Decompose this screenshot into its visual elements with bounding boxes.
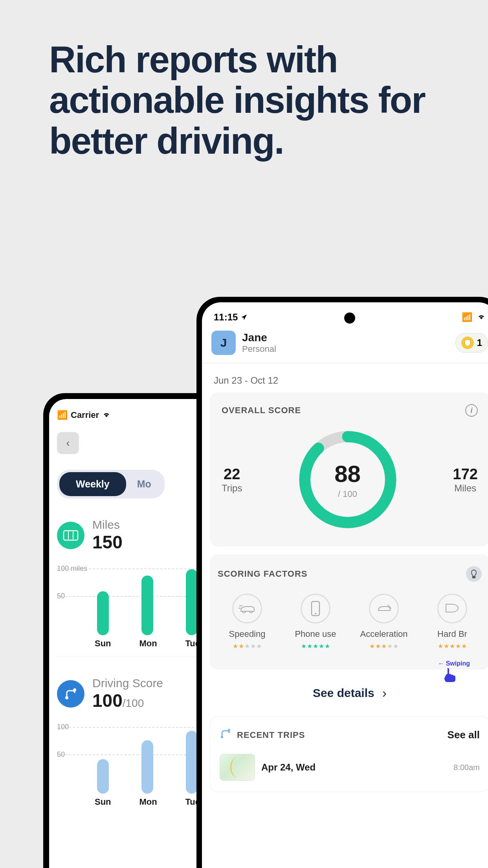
- route-icon: [57, 680, 84, 708]
- factor-speeding[interactable]: Speeding ★★★★★: [218, 594, 277, 650]
- svg-rect-0: [64, 531, 78, 540]
- info-icon[interactable]: i: [465, 404, 478, 417]
- tab-monthly[interactable]: Mo: [126, 472, 162, 496]
- miles-label: Miles: [92, 518, 123, 531]
- x-sun: Sun: [95, 638, 111, 649]
- trips-stat: 22 Trips: [222, 466, 242, 494]
- odometer-icon: [57, 522, 84, 549]
- back-button[interactable]: ‹: [57, 432, 79, 454]
- bar-mon: [141, 576, 153, 635]
- bar-mon: [141, 740, 153, 794]
- miles-stat: 172 Miles: [453, 466, 478, 494]
- chevron-left-icon: ‹: [66, 437, 70, 449]
- score-label: Driving Score: [92, 677, 163, 690]
- x-sun: Sun: [95, 797, 111, 807]
- overall-score-card: OVERALL SCORE i 22 Trips 88 / 100: [210, 392, 488, 546]
- speeding-icon: [232, 594, 262, 623]
- overall-title: OVERALL SCORE: [222, 405, 301, 416]
- location-icon: [241, 312, 247, 323]
- date-range: Jun 23 - Oct 12: [202, 363, 488, 392]
- gauge-max: / 100: [334, 489, 361, 499]
- hand-icon: [442, 666, 456, 686]
- factors-title: SCORING FACTORS: [218, 569, 308, 579]
- bar-tue: [186, 569, 198, 635]
- chevron-right-icon: ›: [382, 685, 387, 701]
- svg-point-4: [73, 688, 76, 691]
- y-label-top: 100 miles: [57, 565, 87, 573]
- user-header: J Jane Personal 1: [202, 323, 488, 363]
- y-label-top: 100: [57, 723, 69, 731]
- user-account-type: Personal: [242, 344, 276, 354]
- trip-time: 8:00am: [453, 763, 480, 772]
- scoring-factors-card: SCORING FACTORS Speeding ★★★★★: [210, 554, 488, 669]
- marketing-headline: Rich reports with actionable insights fo…: [49, 39, 488, 161]
- factor-braking[interactable]: Hard Br ★★★★★: [423, 594, 482, 650]
- carrier-label: Carrier: [71, 410, 99, 420]
- shield-icon: [461, 337, 474, 349]
- status-time: 11:15: [214, 312, 238, 323]
- miles-value: 150: [92, 531, 123, 553]
- factors-row[interactable]: Speeding ★★★★★ Phone use ★★★★★ Accelerat…: [218, 594, 482, 650]
- factor-phone[interactable]: Phone use ★★★★★: [286, 594, 345, 650]
- factor-acceleration[interactable]: Acceleration ★★★★★: [354, 594, 413, 650]
- badge-count: 1: [477, 337, 482, 348]
- recent-title: RECENT TRIPS: [237, 730, 305, 740]
- acceleration-icon: [369, 594, 399, 623]
- tab-weekly[interactable]: Weekly: [59, 472, 126, 496]
- avatar[interactable]: J: [211, 331, 236, 355]
- stars: ★★★★★: [354, 642, 413, 650]
- wifi-icon: [102, 410, 111, 420]
- score-value: 100/100: [92, 690, 163, 711]
- x-mon: Mon: [139, 638, 157, 649]
- svg-point-10: [315, 613, 316, 614]
- user-name: Jane: [242, 331, 276, 344]
- route-icon: [220, 728, 231, 742]
- x-mon: Mon: [139, 797, 157, 807]
- braking-icon: [437, 594, 467, 623]
- see-all-link[interactable]: See all: [448, 729, 480, 741]
- period-tabs: Weekly Mo: [57, 470, 165, 498]
- phone-front-screen: 11:15 📶 J Jane Personal: [202, 302, 488, 868]
- bar-tue: [186, 731, 198, 794]
- svg-point-11: [221, 736, 223, 738]
- phone-mockup-front: 11:15 📶 J Jane Personal: [196, 297, 488, 868]
- trip-date: Apr 24, Wed: [261, 762, 316, 773]
- trip-item[interactable]: Apr 24, Wed 8:00am: [220, 754, 480, 781]
- phone-icon: [301, 594, 330, 623]
- bar-sun: [97, 591, 109, 635]
- bar-sun: [97, 759, 109, 794]
- stars: ★★★★★: [286, 642, 345, 650]
- svg-point-3: [65, 696, 68, 699]
- camera-notch: [344, 313, 355, 324]
- shield-badge[interactable]: 1: [455, 333, 488, 353]
- stars: ★★★★★: [218, 642, 277, 650]
- score-gauge: 88 / 100: [297, 428, 399, 531]
- gauge-score: 88: [334, 460, 361, 487]
- signal-icon: 📶: [57, 410, 68, 420]
- trip-map-thumb: [220, 754, 255, 781]
- tip-icon[interactable]: [466, 566, 482, 582]
- signal-icon: 📶: [462, 312, 472, 322]
- svg-point-12: [228, 729, 230, 731]
- wifi-icon: [477, 312, 486, 322]
- recent-trips-card: RECENT TRIPS See all Apr 24, Wed 8:00am: [210, 716, 488, 792]
- swipe-hint: ← Swiping: [438, 660, 470, 667]
- stars: ★★★★★: [423, 642, 482, 650]
